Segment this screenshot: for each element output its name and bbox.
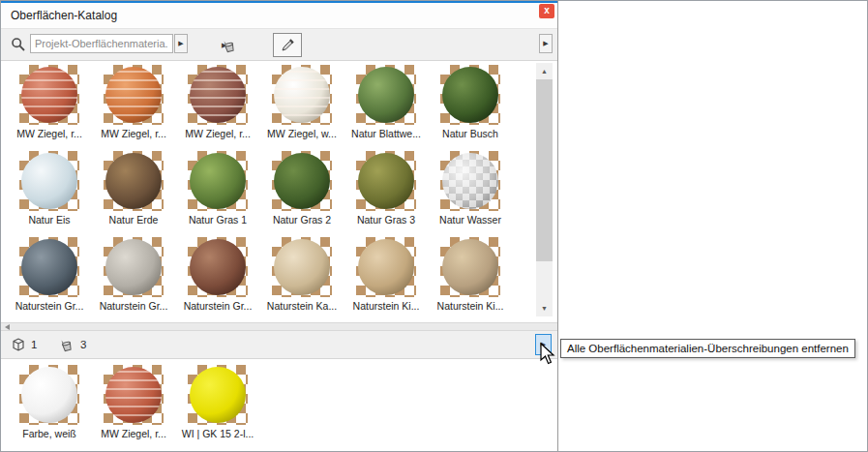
material-thumbnail[interactable] — [356, 65, 416, 125]
material-label: Naturstein Ka... — [257, 300, 346, 312]
material-thumbnail[interactable] — [272, 65, 332, 125]
material-item[interactable]: MW Ziegel, r... — [19, 65, 79, 139]
material-thumbnail[interactable] — [188, 365, 248, 425]
catalog-grid: MW Ziegel, r...MW Ziegel, r...MW Ziegel,… — [1, 65, 500, 312]
material-label: MW Ziegel, r... — [173, 128, 262, 139]
material-sphere — [274, 239, 330, 295]
material-item[interactable]: MW Ziegel, r... — [188, 65, 248, 139]
screen: Oberflächen-Katalog x ▶ ▶ — [0, 0, 868, 452]
material-thumbnail[interactable] — [104, 237, 164, 297]
material-thumbnail[interactable] — [440, 65, 500, 125]
material-item[interactable]: WI | GK 15 2-l... — [188, 365, 248, 439]
material-thumbnail[interactable] — [19, 365, 79, 425]
material-item[interactable]: Natur Blattwe... — [356, 65, 416, 139]
material-label: Natur Erde — [89, 214, 178, 226]
material-item[interactable]: Natur Busch — [440, 65, 500, 139]
scroll-up-icon: ▲ — [541, 68, 548, 75]
material-sphere — [21, 153, 77, 209]
material-sphere — [190, 239, 246, 295]
material-sphere — [274, 153, 330, 209]
material-item[interactable]: Natur Gras 2 — [272, 151, 332, 226]
search-flyout-button[interactable]: ▶ — [174, 34, 188, 53]
material-item[interactable]: MW Ziegel, w... — [272, 65, 332, 139]
paint-bucket-icon — [222, 38, 237, 53]
material-item[interactable]: MW Ziegel, r... — [104, 365, 164, 439]
eyedropper-button[interactable] — [273, 33, 302, 57]
material-sphere — [105, 67, 162, 123]
material-thumbnail[interactable] — [104, 65, 164, 125]
material-thumbnail[interactable] — [188, 151, 248, 211]
close-button[interactable]: x — [539, 4, 554, 18]
search-icon — [11, 37, 26, 52]
material-sphere — [442, 67, 498, 123]
overrides-grid-view: Farbe, weißMW Ziegel, r...WI | GK 15 2-l… — [1, 359, 557, 450]
material-sphere — [190, 153, 246, 209]
material-sphere — [105, 239, 162, 295]
material-sphere — [442, 239, 498, 295]
model-cube-icon — [11, 337, 26, 352]
material-thumbnail[interactable] — [188, 65, 248, 125]
scroll-up-button[interactable]: ▲ — [536, 63, 553, 79]
material-item[interactable]: Naturstein Gr... — [104, 237, 164, 312]
material-thumbnail[interactable] — [440, 151, 500, 211]
material-label: Naturstein Gr... — [5, 300, 94, 312]
material-sphere — [358, 239, 414, 295]
material-sphere — [274, 67, 330, 123]
material-thumbnail[interactable] — [188, 237, 248, 297]
toolbar-flyout-button[interactable]: ▶ — [539, 34, 553, 53]
splitter-grip-icon — [5, 324, 10, 330]
flyout-arrow-icon: ▶ — [543, 40, 548, 47]
material-item[interactable]: Naturstein Ka... — [272, 237, 332, 312]
material-label: Natur Wasser — [426, 214, 515, 226]
scroll-down-icon: ▼ — [541, 305, 548, 312]
material-thumbnail[interactable] — [356, 151, 416, 211]
material-sphere — [21, 239, 77, 295]
material-label: Natur Gras 1 — [173, 214, 262, 226]
material-thumbnail[interactable] — [19, 237, 79, 297]
override-count: 3 — [80, 339, 86, 350]
material-thumbnail[interactable] — [440, 237, 500, 297]
material-label: WI | GK 15 2-l... — [173, 428, 262, 439]
catalog-grid-view: MW Ziegel, r...MW Ziegel, r...MW Ziegel,… — [1, 61, 557, 322]
search-input[interactable] — [30, 34, 173, 53]
overrides-grid: Farbe, weißMW Ziegel, r...WI | GK 15 2-l… — [1, 365, 248, 439]
material-item[interactable]: Natur Wasser — [440, 151, 500, 226]
material-sphere — [358, 67, 414, 123]
paint-bucket-button[interactable]: ▶ — [222, 33, 260, 57]
material-item[interactable]: Farbe, weiß — [19, 365, 79, 439]
material-item[interactable]: Natur Gras 3 — [356, 151, 416, 226]
material-sphere — [190, 67, 246, 123]
material-label: Naturstein Ki... — [426, 300, 515, 312]
material-item[interactable]: Naturstein Gr... — [188, 237, 248, 312]
material-thumbnail[interactable] — [272, 237, 332, 297]
overrides-flyout-button[interactable]: ▶ — [535, 334, 552, 355]
material-item[interactable]: Natur Erde — [104, 151, 164, 226]
material-label: Natur Busch — [426, 128, 515, 139]
vertical-scrollbar[interactable]: ▲ ▼ — [536, 63, 553, 316]
material-thumbnail[interactable] — [104, 365, 164, 425]
material-item[interactable]: Naturstein Ki... — [440, 237, 500, 312]
material-thumbnail[interactable] — [19, 65, 79, 125]
material-thumbnail[interactable] — [19, 151, 79, 211]
material-thumbnail[interactable] — [104, 151, 164, 211]
material-sphere — [190, 367, 246, 423]
material-item[interactable]: Naturstein Gr... — [19, 237, 79, 312]
material-item[interactable]: Naturstein Ki... — [356, 237, 416, 312]
material-item[interactable]: Natur Gras 1 — [188, 151, 248, 226]
material-label: MW Ziegel, w... — [257, 128, 346, 139]
override-bucket-icon — [59, 337, 75, 352]
scroll-down-button[interactable]: ▼ — [536, 300, 553, 316]
material-sphere — [105, 367, 162, 423]
material-item[interactable]: Natur Eis — [19, 151, 79, 226]
material-label: Naturstein Gr... — [173, 300, 262, 312]
titlebar[interactable]: Oberflächen-Katalog x — [1, 3, 557, 28]
splitter-handle[interactable] — [1, 322, 557, 331]
material-thumbnail[interactable] — [356, 237, 416, 297]
scrollbar-thumb[interactable] — [536, 79, 553, 261]
material-item[interactable]: MW Ziegel, r... — [104, 65, 164, 139]
material-thumbnail[interactable] — [272, 151, 332, 211]
material-label: MW Ziegel, r... — [89, 428, 178, 439]
material-label: Naturstein Gr... — [89, 300, 178, 312]
surface-catalog-dialog: Oberflächen-Katalog x ▶ ▶ — [1, 1, 558, 451]
material-sphere — [21, 67, 77, 123]
